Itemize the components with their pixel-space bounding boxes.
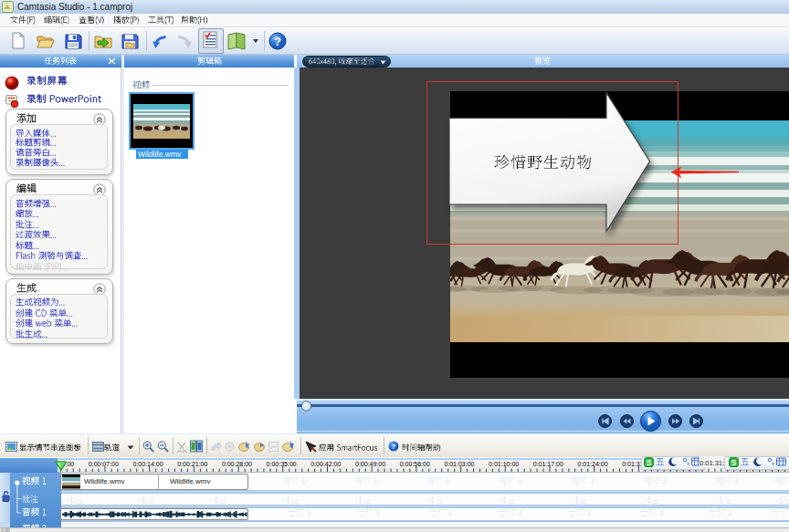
svg-text:S: S: [646, 457, 651, 466]
svg-text:S: S: [731, 457, 736, 466]
svg-text:0:00: 0:00: [1, 527, 10, 532]
svg-text:?: ?: [274, 35, 281, 48]
svg-text:?: ?: [392, 443, 396, 451]
